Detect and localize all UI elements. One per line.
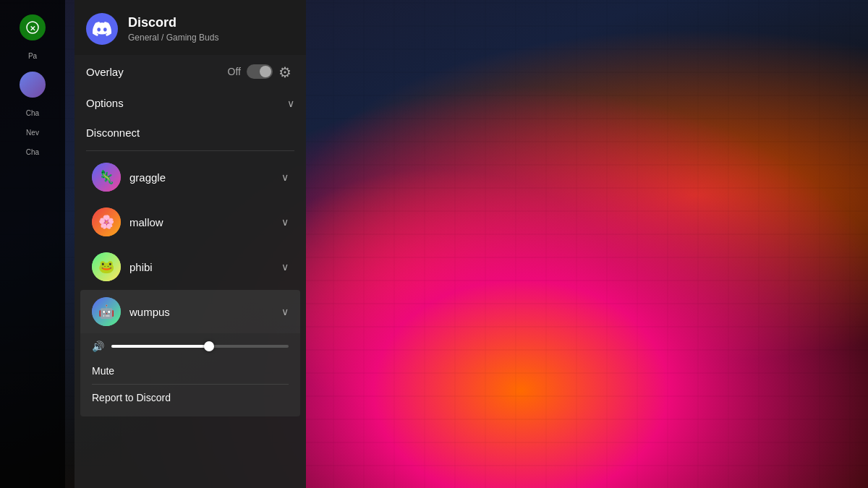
mallow-chevron-icon: ∨ bbox=[281, 216, 289, 228]
report-action-row[interactable]: Report to Discord bbox=[92, 386, 289, 409]
action-divider bbox=[92, 384, 289, 385]
user-row-phibi[interactable]: 🐸 phibi ∨ bbox=[80, 245, 300, 288]
user-name-mallow: mallow bbox=[129, 216, 163, 228]
disconnect-row[interactable]: Disconnect bbox=[75, 118, 306, 147]
svg-text:🤖: 🤖 bbox=[98, 304, 115, 320]
report-label: Report to Discord bbox=[92, 392, 171, 403]
avatar-phibi: 🐸 bbox=[92, 252, 121, 281]
gear-icon[interactable]: ⚙ bbox=[278, 64, 294, 80]
options-row[interactable]: Options ∨ bbox=[75, 88, 306, 118]
volume-fill bbox=[111, 345, 209, 348]
user-info-mallow: 🌸 mallow bbox=[92, 207, 163, 236]
phibi-chevron-icon: ∨ bbox=[281, 261, 289, 273]
overlay-row[interactable]: Overlay Off ⚙ bbox=[75, 55, 306, 88]
svg-text:✕: ✕ bbox=[30, 25, 35, 33]
graggle-chevron-icon: ∨ bbox=[281, 171, 289, 183]
wumpus-chevron-icon: ∨ bbox=[281, 306, 289, 317]
user-row-wumpus[interactable]: 🤖 wumpus ∨ bbox=[80, 290, 300, 333]
volume-slider[interactable] bbox=[111, 345, 289, 348]
mute-action-row[interactable]: Mute bbox=[92, 359, 289, 382]
volume-icon: 🔊 bbox=[92, 341, 104, 352]
sidebar-label-pa: Pa bbox=[25, 52, 40, 60]
user-info-wumpus: 🤖 wumpus bbox=[92, 297, 170, 326]
discord-header: Discord General / Gaming Buds bbox=[75, 0, 306, 55]
discord-logo-svg bbox=[93, 20, 111, 38]
user-info-phibi: 🐸 phibi bbox=[92, 252, 153, 281]
user-list: 🦎 graggle ∨ 🌸 mallow ∨ bbox=[75, 154, 306, 488]
sidebar-label-nev: Nev bbox=[23, 129, 42, 137]
svg-text:🌸: 🌸 bbox=[98, 214, 115, 230]
overlay-toggle-container: Off ⚙ bbox=[228, 64, 294, 80]
volume-thumb[interactable] bbox=[204, 341, 214, 351]
toggle-off-label: Off bbox=[228, 66, 241, 77]
user-name-phibi: phibi bbox=[129, 261, 153, 273]
discord-logo bbox=[86, 13, 118, 45]
wumpus-expanded-section: 🔊 Mute Report to Discord bbox=[80, 333, 300, 416]
discord-subtitle: General / Gaming Buds bbox=[128, 33, 218, 43]
discord-panel: Discord General / Gaming Buds Overlay Of… bbox=[75, 0, 306, 488]
svg-text:🦎: 🦎 bbox=[98, 169, 115, 185]
user-info-graggle: 🦎 graggle bbox=[92, 163, 166, 192]
xbox-sidebar: ✕ Pa Cha Nev Cha bbox=[0, 0, 65, 488]
discord-title: Discord bbox=[128, 15, 218, 31]
volume-row: 🔊 bbox=[92, 341, 289, 352]
overlay-toggle[interactable] bbox=[247, 64, 273, 79]
xbox-icon: ✕ bbox=[20, 14, 46, 40]
sidebar-label-cha1: Cha bbox=[23, 109, 42, 117]
user-row-mallow[interactable]: 🌸 mallow ∨ bbox=[80, 200, 300, 244]
svg-text:🐸: 🐸 bbox=[98, 259, 115, 275]
sidebar-avatar bbox=[20, 72, 46, 98]
mute-label: Mute bbox=[92, 365, 114, 377]
overlay-label: Overlay bbox=[86, 66, 124, 78]
divider-main bbox=[86, 150, 294, 151]
discord-title-group: Discord General / Gaming Buds bbox=[128, 15, 218, 43]
options-label: Options bbox=[86, 97, 124, 109]
user-row-graggle[interactable]: 🦎 graggle ∨ bbox=[80, 155, 300, 199]
disconnect-label: Disconnect bbox=[86, 127, 140, 139]
avatar-graggle: 🦎 bbox=[92, 163, 121, 192]
avatar-mallow: 🌸 bbox=[92, 207, 121, 236]
user-name-graggle: graggle bbox=[129, 171, 166, 184]
options-chevron-icon: ∨ bbox=[287, 98, 294, 109]
sidebar-label-cha2: Cha bbox=[23, 148, 42, 156]
user-name-wumpus: wumpus bbox=[129, 306, 170, 318]
avatar-wumpus: 🤖 bbox=[92, 297, 121, 326]
